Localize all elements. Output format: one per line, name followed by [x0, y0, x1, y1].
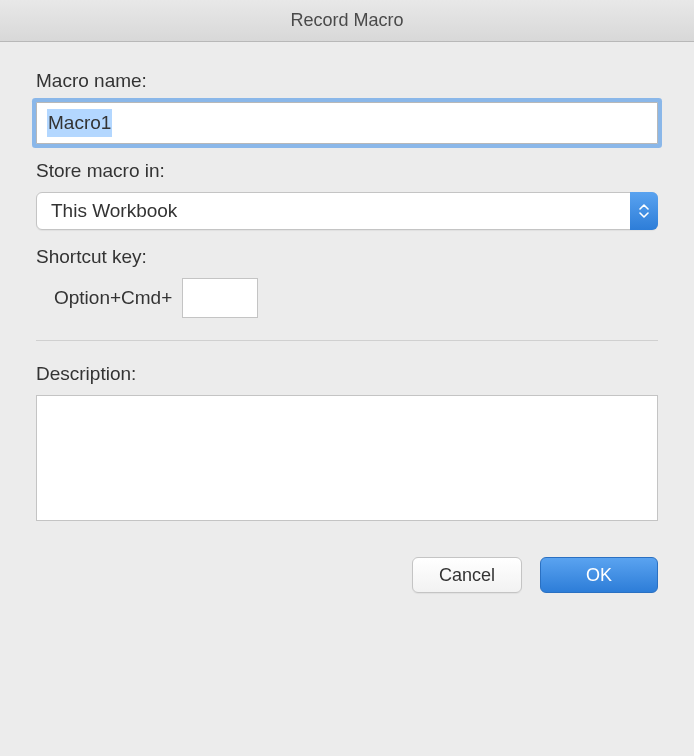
shortcut-group: Shortcut key: Option+Cmd+ [36, 246, 658, 318]
store-in-label: Store macro in: [36, 160, 658, 182]
store-in-group: Store macro in: This Workbook [36, 160, 658, 230]
shortcut-label: Shortcut key: [36, 246, 658, 268]
cancel-button-label: Cancel [439, 565, 495, 586]
description-group: Description: [36, 363, 658, 525]
store-in-selected: This Workbook [36, 192, 658, 230]
description-textarea[interactable] [36, 395, 658, 521]
divider [36, 340, 658, 341]
dropdown-arrows-icon [630, 192, 658, 230]
store-in-select[interactable]: This Workbook [36, 192, 658, 230]
shortcut-input[interactable] [182, 278, 258, 318]
macro-name-group: Macro name: Macro1 [36, 70, 658, 144]
dialog-title: Record Macro [290, 10, 403, 31]
macro-name-label: Macro name: [36, 70, 658, 92]
description-label: Description: [36, 363, 658, 385]
dialog-titlebar: Record Macro [0, 0, 694, 42]
cancel-button[interactable]: Cancel [412, 557, 522, 593]
dialog-content: Macro name: Macro1 Store macro in: This … [0, 42, 694, 613]
macro-name-input[interactable]: Macro1 [36, 102, 658, 144]
shortcut-row: Option+Cmd+ [36, 278, 658, 318]
ok-button[interactable]: OK [540, 557, 658, 593]
shortcut-prefix: Option+Cmd+ [54, 287, 172, 309]
macro-name-value: Macro1 [47, 109, 112, 137]
ok-button-label: OK [586, 565, 612, 586]
button-row: Cancel OK [36, 557, 658, 593]
store-in-value: This Workbook [51, 200, 177, 222]
